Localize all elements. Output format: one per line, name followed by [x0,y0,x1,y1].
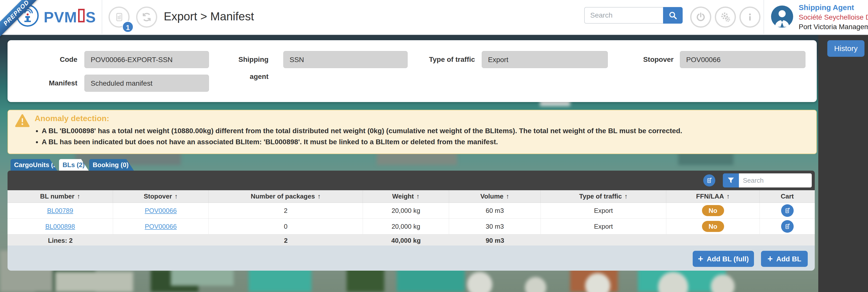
right-panel [818,34,868,292]
settings-button[interactable] [715,6,736,28]
manifest-form-card: Code POV00066-EXPORT-SSN Shipping agent … [7,40,817,102]
sort-asc-icon: ↑ [506,193,509,200]
filter-icon [726,176,735,185]
packages-value: 0 [209,218,363,234]
weight-total: 40,000 kg [363,234,449,246]
table-footer: +Add BL (full) +Add BL [7,245,815,271]
photo-tank [525,277,546,292]
logo-i: I [78,9,85,22]
add-to-cart-button[interactable] [781,220,794,233]
global-search-button[interactable] [663,7,683,24]
page: PREPROD PVMIS 1 [0,0,868,292]
photo-trees [347,267,384,292]
column-header-weight[interactable]: Weight↑ [363,190,449,203]
shipping-agent-field: SSN [283,51,408,68]
sort-asc-icon: ↑ [416,193,420,200]
photo-tank [467,272,492,292]
stopover-label: Stopover [623,51,674,68]
document-plus-icon [784,207,791,214]
weight-value: 20,000 kg [363,218,449,234]
table-row: BL000898 POV00066 0 20,000 kg 30 m3 Expo… [7,218,815,234]
volume-total: 90 m3 [449,234,541,246]
history-button[interactable]: History [827,40,865,57]
tab-booking[interactable]: Booking (0) [89,159,134,171]
user-role: Shipping Agent [799,2,868,12]
document-plus-icon [706,177,713,184]
info-button[interactable] [739,6,761,28]
column-header-stopover[interactable]: Stopover↑ [113,190,209,203]
header-divider [102,0,102,34]
bls-table: BL number↑ Stopover↑ Number of packages↑… [7,190,815,246]
photo-building [55,272,133,292]
logo-s: S [86,9,96,26]
traffic-value: Export [541,218,666,234]
photo-teal-roof [249,267,311,292]
tab-cargounits[interactable]: CargoUnits (2) [10,159,57,171]
add-to-cart-button[interactable] [781,204,794,217]
document-plus-icon [784,223,791,230]
page-title: Export > Manifest [164,9,254,23]
user-info[interactable]: Shipping Agent Société Seychelloise De P… [799,2,868,32]
avatar[interactable] [771,5,793,28]
warning-item: A BL has been indicated but does not hav… [42,137,682,147]
info-icon [745,12,755,22]
document-icon [114,11,125,23]
logout-button[interactable] [690,6,711,28]
search-icon [668,10,678,20]
warning-list: A BL 'BL000898' has a total net weight (… [8,125,692,147]
volume-value: 60 m3 [449,203,541,218]
bl-number-link[interactable]: BL000898 [45,223,75,230]
traffic-value: Export [541,203,666,218]
sort-asc-icon: ↑ [624,193,628,200]
manifest-field: Scheduled manifest [84,75,209,92]
weight-value: 20,000 kg [363,203,449,218]
traffic-type-label: Type of traffic [425,51,475,68]
bl-number-link[interactable]: BL00789 [47,207,73,214]
table-row: BL00789 POV00066 2 20,000 kg 60 m3 Expor… [7,203,815,218]
notification-badge: 1 [122,21,134,33]
packages-value: 2 [209,203,363,218]
sort-asc-icon: ↑ [77,193,80,200]
stopover-link[interactable]: POV00066 [145,223,177,230]
table-totals-row: Lines: 2 2 40,000 kg 90 m3 [7,234,815,246]
ffn-laa-badge: No [702,205,724,216]
code-label: Code [27,51,78,68]
column-header-packages[interactable]: Number of packages↑ [209,190,363,203]
global-search-input[interactable] [584,7,663,24]
stopover-field: POV00066 [680,51,805,68]
add-bl-full-button[interactable]: +Add BL (full) [693,251,754,267]
plus-icon: + [698,254,703,264]
column-header-volume[interactable]: Volume↑ [449,190,541,203]
top-bar: PREPROD PVMIS 1 [0,0,868,35]
refresh-icon [141,11,152,23]
sort-asc-icon: ↑ [726,193,730,200]
app-logo[interactable]: PVMIS [44,8,96,26]
shipping-agent-label: Shipping agent [218,51,269,68]
warning-item: A BL 'BL000898' has a total net weight (… [42,125,682,137]
logo-pvm: PVM [44,9,77,26]
table-search-input[interactable] [739,173,812,187]
traffic-type-field: Export [482,51,608,68]
export-list-button[interactable] [703,174,715,186]
bls-toolbar [7,171,815,190]
add-bl-button[interactable]: +Add BL [761,251,808,267]
code-field: POV00066-EXPORT-SSN [84,51,209,68]
packages-total: 2 [209,234,363,246]
user-organization: Port Victoria Managemen [799,22,868,32]
column-header-bl-number[interactable]: BL number↑ [7,190,113,203]
volume-value: 30 m3 [449,218,541,234]
stopover-link[interactable]: POV00066 [145,207,177,214]
header-divider [764,0,764,34]
column-header-ffn-laa[interactable]: FFN/LAA↑ [666,190,760,203]
column-header-traffic[interactable]: Type of traffic↑ [541,190,666,203]
column-header-cart: Cart [760,190,815,203]
anomaly-warning: Anomaly detection: A BL 'BL000898' has a… [7,110,817,154]
lines-total: Lines: 2 [7,234,113,246]
user-company: Société Seychelloise De [799,12,868,22]
refresh-button[interactable] [136,6,157,28]
sort-asc-icon: ↑ [317,193,321,200]
warning-title: Anomaly detection: [35,114,109,123]
sort-asc-icon: ↑ [175,193,178,200]
plus-icon: + [768,254,773,264]
filter-button[interactable] [723,173,739,187]
